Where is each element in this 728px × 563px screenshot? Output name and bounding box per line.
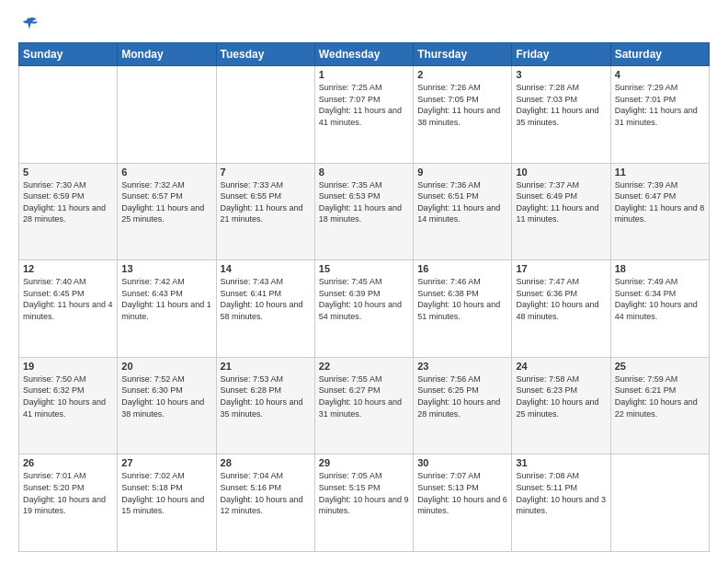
day-info: Sunrise: 7:05 AM Sunset: 5:15 PM Dayligh… [319,470,409,516]
day-info: Sunrise: 7:36 AM Sunset: 6:51 PM Dayligh… [417,179,507,225]
day-of-week-header: Thursday [414,43,512,66]
day-number: 13 [121,263,211,274]
calendar-day-cell: 5Sunrise: 7:30 AM Sunset: 6:59 PM Daylig… [19,163,118,260]
calendar-day-cell: 13Sunrise: 7:42 AM Sunset: 6:43 PM Dayli… [118,260,216,358]
calendar-day-cell: 24Sunrise: 7:58 AM Sunset: 6:23 PM Dayli… [512,357,610,454]
day-number: 3 [516,69,606,80]
calendar-day-cell: 22Sunrise: 7:55 AM Sunset: 6:27 PM Dayli… [314,357,413,454]
day-info: Sunrise: 7:55 AM Sunset: 6:27 PM Dayligh… [319,373,409,419]
day-info: Sunrise: 7:47 AM Sunset: 6:36 PM Dayligh… [516,276,606,322]
calendar-day-cell: 25Sunrise: 7:59 AM Sunset: 6:21 PM Dayli… [610,357,709,454]
day-of-week-header: Saturday [610,43,709,66]
day-number: 10 [516,167,606,178]
calendar-day-cell: 1Sunrise: 7:25 AM Sunset: 7:07 PM Daylig… [314,66,413,164]
day-number: 17 [516,263,606,274]
day-of-week-header: Sunday [19,43,118,66]
calendar-day-cell: 27Sunrise: 7:02 AM Sunset: 5:18 PM Dayli… [118,454,216,552]
day-number: 15 [319,263,409,274]
logo [18,15,39,33]
calendar-week-row: 1Sunrise: 7:25 AM Sunset: 7:07 PM Daylig… [19,66,710,164]
day-info: Sunrise: 7:30 AM Sunset: 6:59 PM Dayligh… [23,179,113,225]
day-number: 23 [417,361,507,372]
day-info: Sunrise: 7:39 AM Sunset: 6:47 PM Dayligh… [615,179,705,225]
calendar-day-cell: 18Sunrise: 7:49 AM Sunset: 6:34 PM Dayli… [610,260,709,358]
day-number: 21 [221,361,311,372]
day-info: Sunrise: 7:52 AM Sunset: 6:30 PM Dayligh… [121,373,211,419]
day-number: 16 [417,263,507,274]
day-of-week-header: Monday [118,43,216,66]
day-number: 24 [516,361,606,372]
calendar-day-cell: 15Sunrise: 7:45 AM Sunset: 6:39 PM Dayli… [314,260,413,358]
day-info: Sunrise: 7:37 AM Sunset: 6:49 PM Dayligh… [516,179,606,225]
calendar-day-cell: 6Sunrise: 7:32 AM Sunset: 6:57 PM Daylig… [118,163,216,260]
calendar-day-cell [610,454,709,552]
page: SundayMondayTuesdayWednesdayThursdayFrid… [0,0,728,563]
calendar-day-cell: 16Sunrise: 7:46 AM Sunset: 6:38 PM Dayli… [414,260,512,358]
day-info: Sunrise: 7:56 AM Sunset: 6:25 PM Dayligh… [417,373,507,419]
day-number: 11 [615,167,705,178]
calendar-day-cell [19,66,118,164]
calendar-day-cell: 21Sunrise: 7:53 AM Sunset: 6:28 PM Dayli… [216,357,314,454]
day-number: 28 [221,457,311,468]
calendar-day-cell: 8Sunrise: 7:35 AM Sunset: 6:53 PM Daylig… [314,163,413,260]
day-number: 25 [615,361,705,372]
day-number: 18 [615,263,705,274]
calendar-day-cell: 4Sunrise: 7:29 AM Sunset: 7:01 PM Daylig… [610,66,709,164]
calendar-day-cell: 28Sunrise: 7:04 AM Sunset: 5:16 PM Dayli… [216,454,314,552]
logo-bird-icon [20,15,39,33]
calendar-day-cell: 14Sunrise: 7:43 AM Sunset: 6:41 PM Dayli… [216,260,314,358]
day-info: Sunrise: 7:49 AM Sunset: 6:34 PM Dayligh… [615,276,705,322]
calendar-day-cell: 26Sunrise: 7:01 AM Sunset: 5:20 PM Dayli… [19,454,118,552]
day-number: 9 [417,167,507,178]
day-number: 4 [615,69,705,80]
day-info: Sunrise: 7:43 AM Sunset: 6:41 PM Dayligh… [221,276,311,322]
day-info: Sunrise: 7:50 AM Sunset: 6:32 PM Dayligh… [23,373,113,419]
calendar-day-cell: 31Sunrise: 7:08 AM Sunset: 5:11 PM Dayli… [512,454,610,552]
calendar-day-cell: 20Sunrise: 7:52 AM Sunset: 6:30 PM Dayli… [118,357,216,454]
calendar-day-cell: 7Sunrise: 7:33 AM Sunset: 6:55 PM Daylig… [216,163,314,260]
calendar-day-cell [216,66,314,164]
calendar-day-cell: 30Sunrise: 7:07 AM Sunset: 5:13 PM Dayli… [414,454,512,552]
day-number: 7 [221,167,311,178]
calendar-table: SundayMondayTuesdayWednesdayThursdayFrid… [18,42,710,552]
day-info: Sunrise: 7:32 AM Sunset: 6:57 PM Dayligh… [121,179,211,225]
day-info: Sunrise: 7:33 AM Sunset: 6:55 PM Dayligh… [221,179,311,225]
day-of-week-header: Tuesday [216,43,314,66]
day-info: Sunrise: 7:53 AM Sunset: 6:28 PM Dayligh… [221,373,311,419]
day-info: Sunrise: 7:40 AM Sunset: 6:45 PM Dayligh… [23,276,113,322]
day-info: Sunrise: 7:35 AM Sunset: 6:53 PM Dayligh… [319,179,409,225]
day-number: 29 [319,457,409,468]
calendar-day-cell: 17Sunrise: 7:47 AM Sunset: 6:36 PM Dayli… [512,260,610,358]
day-number: 12 [23,263,113,274]
calendar-day-cell: 2Sunrise: 7:26 AM Sunset: 7:05 PM Daylig… [414,66,512,164]
day-info: Sunrise: 7:45 AM Sunset: 6:39 PM Dayligh… [319,276,409,322]
day-number: 6 [121,167,211,178]
day-number: 30 [417,457,507,468]
day-number: 22 [319,361,409,372]
calendar-day-cell: 23Sunrise: 7:56 AM Sunset: 6:25 PM Dayli… [414,357,512,454]
day-info: Sunrise: 7:46 AM Sunset: 6:38 PM Dayligh… [417,276,507,322]
day-info: Sunrise: 7:42 AM Sunset: 6:43 PM Dayligh… [121,276,211,322]
day-info: Sunrise: 7:58 AM Sunset: 6:23 PM Dayligh… [516,373,606,419]
day-number: 31 [516,457,606,468]
day-number: 2 [417,69,507,80]
calendar-day-cell: 11Sunrise: 7:39 AM Sunset: 6:47 PM Dayli… [610,163,709,260]
day-number: 8 [319,167,409,178]
calendar-day-cell: 9Sunrise: 7:36 AM Sunset: 6:51 PM Daylig… [414,163,512,260]
day-info: Sunrise: 7:59 AM Sunset: 6:21 PM Dayligh… [615,373,705,419]
calendar-day-cell: 29Sunrise: 7:05 AM Sunset: 5:15 PM Dayli… [314,454,413,552]
calendar-week-row: 5Sunrise: 7:30 AM Sunset: 6:59 PM Daylig… [19,163,710,260]
calendar-day-cell [118,66,216,164]
calendar-day-cell: 12Sunrise: 7:40 AM Sunset: 6:45 PM Dayli… [19,260,118,358]
calendar-week-row: 26Sunrise: 7:01 AM Sunset: 5:20 PM Dayli… [19,454,710,552]
day-info: Sunrise: 7:29 AM Sunset: 7:01 PM Dayligh… [615,82,705,128]
day-number: 5 [23,167,113,178]
calendar-header-row: SundayMondayTuesdayWednesdayThursdayFrid… [19,43,710,66]
day-of-week-header: Wednesday [314,43,413,66]
day-number: 27 [121,457,211,468]
day-info: Sunrise: 7:07 AM Sunset: 5:13 PM Dayligh… [417,470,507,516]
day-number: 20 [121,361,211,372]
calendar-day-cell: 3Sunrise: 7:28 AM Sunset: 7:03 PM Daylig… [512,66,610,164]
calendar-week-row: 12Sunrise: 7:40 AM Sunset: 6:45 PM Dayli… [19,260,710,358]
day-number: 19 [23,361,113,372]
